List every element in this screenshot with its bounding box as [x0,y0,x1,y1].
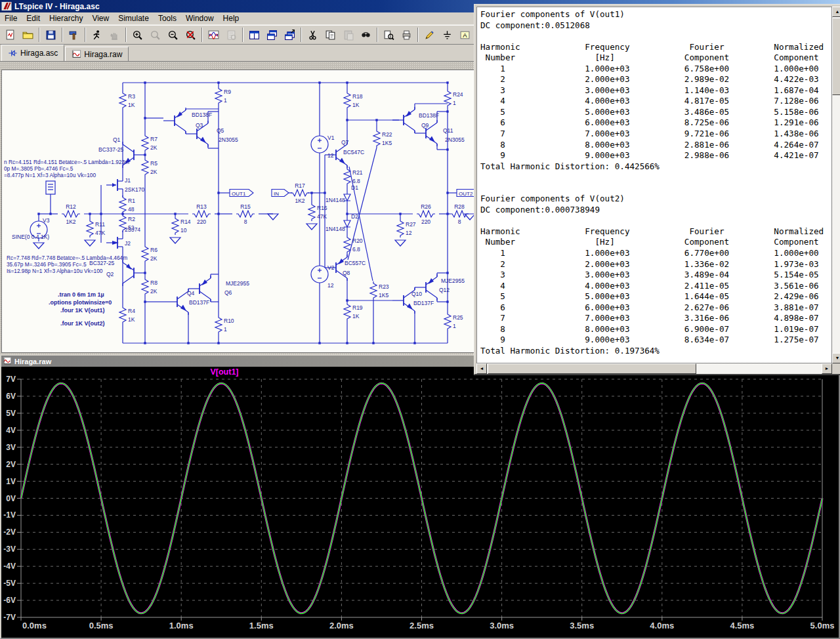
halt-simulation-icon [109,30,120,41]
svg-text:D1: D1 [351,184,358,191]
print-preview-icon [383,30,394,41]
svg-text:7V: 7V [6,375,16,384]
svg-text:2SK170: 2SK170 [125,186,145,193]
svg-text:1K: 1K [128,102,135,108]
svg-text:47K: 47K [95,230,105,236]
cut-button[interactable] [304,26,322,44]
cascade-windows-button[interactable] [263,26,281,44]
svg-text:J1: J1 [125,177,131,184]
svg-text:1.5ms: 1.5ms [249,621,274,630]
svg-text:-2V: -2V [3,527,16,537]
svg-text:1N4148: 1N4148 [326,197,345,203]
svg-text:OUT1: OUT1 [232,191,246,197]
schematic-window: R31KR72KR52KR148R252R62KR82KR41KR91R101R… [1,70,475,353]
svg-text:48: 48 [128,206,135,213]
label-net-button[interactable]: A [456,26,474,44]
scroll-down-button[interactable]: ▼ [832,353,840,363]
arrange-windows-button[interactable] [281,26,299,44]
copy-button[interactable] [322,26,339,44]
run-simulation-button[interactable] [88,26,106,44]
waveform-window-title: Hiraga.raw [14,358,51,365]
open-button[interactable] [19,26,37,44]
svg-text:0.0ms: 0.0ms [22,621,47,630]
svg-text:Q8: Q8 [343,270,350,276]
svg-text:4.0ms: 4.0ms [650,621,674,630]
trace-label[interactable]: V[out1] [210,367,238,377]
waveform-plot-canvas[interactable]: 7V6V5V4V3V2V1V0V-1V-2V-3V-4V-5V-6V-7V0.0… [1,367,839,638]
menu-window[interactable]: Window [181,13,219,24]
svg-text:0.5ms: 0.5ms [89,621,114,630]
waveform-icon [3,357,12,365]
place-ground-button[interactable] [438,26,456,44]
svg-text:Q10: Q10 [411,291,422,297]
print-button[interactable] [398,26,415,44]
svg-text:R7: R7 [150,136,158,142]
svg-text:2K: 2K [150,169,158,175]
horizontal-scroll-thumb[interactable] [488,363,696,374]
scroll-up-button[interactable]: ▲ [832,7,840,17]
tab-hiraga-asc[interactable]: Hiraga.asc [1,45,64,61]
find-button[interactable] [357,26,375,44]
svg-text:2K: 2K [150,255,158,262]
svg-text:8: 8 [244,218,247,225]
svg-text:Q2: Q2 [106,271,114,278]
tab-hiraga-raw[interactable]: Hiraga.raw [65,47,129,61]
edit-text-button[interactable] [421,26,438,44]
menu-tools[interactable]: Tools [154,13,181,24]
spice-analysis-button[interactable] [205,26,222,44]
print-preview-button[interactable] [380,26,398,44]
svg-text:R14: R14 [180,218,191,225]
svg-text:12: 12 [406,230,412,236]
svg-text:MJE2955: MJE2955 [226,280,249,287]
zoom-in-button[interactable] [129,26,146,44]
svg-text:Q11: Q11 [443,127,453,134]
svg-text:2N3055: 2N3055 [219,136,238,143]
new-schematic-button[interactable] [1,26,19,44]
zoom-full-extents-button[interactable] [182,26,200,44]
svg-text:-3V: -3V [3,545,16,554]
menu-simulate[interactable]: Simulate [114,13,154,24]
svg-text:D2: D2 [351,213,358,220]
halt-simulation-button[interactable] [106,26,123,44]
tile-windows-icon [249,30,260,41]
edit-text-icon [424,30,435,41]
svg-text:4V: 4V [6,426,16,435]
spice-netlist-button[interactable] [222,26,240,44]
svg-text:1: 1 [453,323,456,329]
menu-file[interactable]: File [0,13,22,24]
svg-text:6.8: 6.8 [352,246,360,253]
scroll-left-button[interactable]: ◄ [476,363,487,374]
control-panel-button[interactable] [65,26,83,44]
svg-text:R1: R1 [128,197,135,204]
menu-edit[interactable]: Edit [22,13,45,24]
save-icon [45,30,56,41]
svg-text:R17: R17 [295,182,305,189]
menu-help[interactable]: Help [219,13,244,24]
tile-windows-button[interactable] [245,26,263,44]
toolbar-separator [417,28,419,42]
scroll-right-button[interactable]: ► [822,363,832,374]
zoom-back-button[interactable] [146,26,164,44]
svg-text:BC337-25: BC337-25 [98,146,124,153]
place-ground-icon [442,30,453,41]
svg-text:BD138F: BD138F [419,112,439,119]
svg-text:47K: 47K [317,213,327,220]
zoom-out-button[interactable] [164,26,182,44]
save-button[interactable] [42,26,60,44]
label-net-icon: A [459,30,471,41]
horizontal-scrollbar[interactable]: ◄ ► [476,363,832,374]
vertical-scrollbar[interactable]: ▲ ▼ [832,7,840,363]
vertical-scroll-thumb[interactable] [832,18,840,95]
svg-text:J2: J2 [125,240,131,247]
menu-view[interactable]: View [87,13,114,24]
menu-hierarchy[interactable]: Hierarchy [45,13,87,24]
svg-text:.tran 0 6m 1m 1µ: .tran 0 6m 1m 1µ [58,291,104,298]
svg-text:12: 12 [327,152,334,159]
open-icon [22,30,33,41]
schematic-canvas[interactable]: R31KR72KR52KR148R252R62KR82KR41KR91R101R… [3,71,474,352]
toolbar-separator [242,28,243,42]
svg-text:2SJ74: 2SJ74 [125,226,140,233]
svg-text:R27: R27 [406,221,416,228]
zoom-full-extents-icon [185,30,196,41]
paste-button[interactable] [339,26,357,44]
